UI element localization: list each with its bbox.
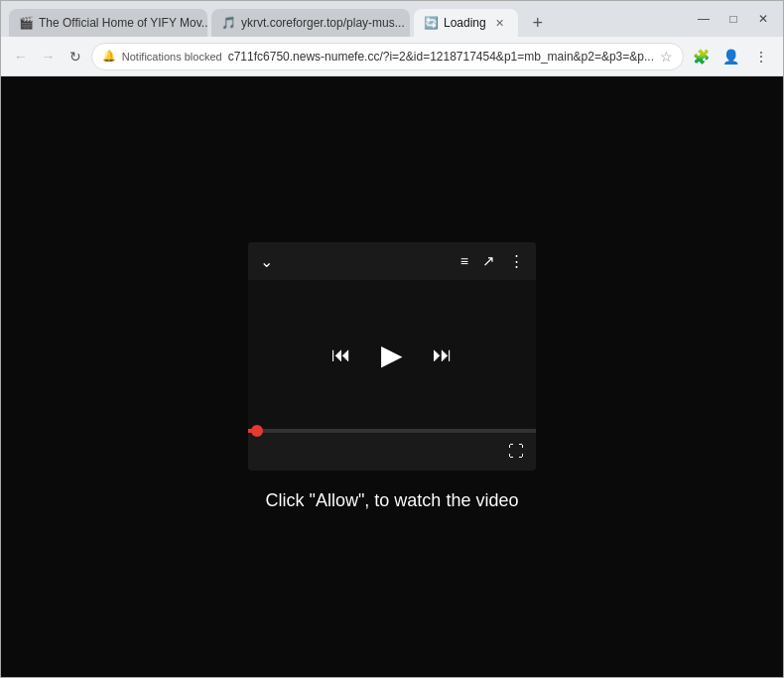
tab-coreforger-label: ykrvt.coreforger.top/play-mus... [241,16,405,30]
back-button[interactable]: ← [9,42,33,71]
notifications-blocked-icon: 🔔 [102,50,116,63]
forward-button[interactable]: → [37,42,61,71]
reload-button[interactable]: ↻ [64,42,87,71]
player-more-icon[interactable]: ⋮ [509,252,524,270]
new-tab-button[interactable]: + [524,9,552,37]
fullscreen-button[interactable]: ⛶ [508,443,524,461]
tab-loading-favicon: 🔄 [424,16,438,30]
tab-coreforger[interactable]: 🎵 ykrvt.coreforger.top/play-mus... ✕ [211,9,410,37]
progress-dot [251,425,263,437]
video-player: ⌄ ≡ ↗ ⋮ ⏮ ▶ ⏭ ⛶ [248,242,536,471]
minimize-button[interactable]: — [692,7,716,31]
profile-button[interactable]: 👤 [718,43,745,70]
tab-loading-label: Loading [444,16,486,30]
player-top-bar: ⌄ ≡ ↗ ⋮ [248,242,536,280]
player-chevron-down[interactable]: ⌄ [260,252,273,271]
toolbar: ← → ↻ 🔔 Notifications blocked c711fc6750… [1,37,783,76]
prev-button[interactable]: ⏮ [331,343,351,366]
bookmark-icon[interactable]: ☆ [660,49,673,65]
title-bar: 🎬 The Official Home of YIFY Mov... ✕ 🎵 y… [1,1,783,37]
page-caption: Click "Allow", to watch the video [266,490,519,511]
window-controls: — □ ✕ [692,7,775,31]
menu-button[interactable]: ⋮ [747,43,775,70]
notifications-blocked-label: Notifications blocked [122,51,222,63]
tab-loading-close[interactable]: ✕ [492,15,508,31]
player-main: ⏮ ▶ ⏭ [248,280,536,429]
url-text: c711fc6750.news-numefe.cc/?i=2&id=121871… [228,50,654,64]
address-bar[interactable]: 🔔 Notifications blocked c711fc6750.news-… [91,43,684,70]
play-button[interactable]: ▶ [381,339,403,371]
maximize-button[interactable]: □ [721,7,745,31]
player-share-icon[interactable]: ↗ [482,252,495,270]
progress-bar[interactable] [248,429,536,433]
browser-window: 🎬 The Official Home of YIFY Mov... ✕ 🎵 y… [0,0,784,678]
extensions-button[interactable]: 🧩 [688,43,716,70]
page-content: risk.com ⌄ ≡ ↗ ⋮ ⏮ ▶ ⏭ [1,76,783,677]
close-button[interactable]: ✕ [751,7,775,31]
tab-yify-label: The Official Home of YIFY Mov... [39,16,207,30]
tab-yify[interactable]: 🎬 The Official Home of YIFY Mov... ✕ [9,9,207,37]
player-top-right-controls: ≡ ↗ ⋮ [460,252,524,270]
tab-loading[interactable]: 🔄 Loading ✕ [414,9,518,37]
next-button[interactable]: ⏭ [433,343,453,366]
player-bottom-bar: ⛶ [248,433,536,471]
tab-coreforger-favicon: 🎵 [221,16,235,30]
tab-yify-favicon: 🎬 [19,16,33,30]
player-playlist-icon[interactable]: ≡ [460,253,468,269]
toolbar-right: 🧩 👤 ⋮ [688,43,775,70]
